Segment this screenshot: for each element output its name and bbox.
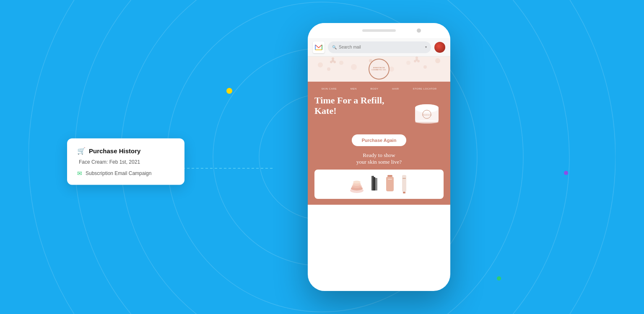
- sub-heading-text: Ready to showyour skin some live?: [356, 152, 402, 165]
- email-floral-header: ANASTACIA COSMETIC CO.: [308, 57, 450, 82]
- svg-rect-38: [387, 175, 392, 177]
- brand-logo: ANASTACIA COSMETIC CO.: [369, 59, 390, 80]
- phone-camera: [417, 28, 421, 33]
- email-campaign-label: Subscription Email Campaign: [86, 170, 151, 176]
- nav-skincare: SKIN CARE: [321, 88, 337, 90]
- search-icon: 🔍: [332, 45, 337, 49]
- email-body: SKIN CARE MEN BODY HAIR STORE LOCATOR Ti…: [308, 82, 450, 205]
- svg-point-8: [327, 67, 330, 71]
- email-sub-heading: Ready to showyour skin some live?: [314, 152, 444, 165]
- svg-point-7: [318, 62, 323, 67]
- gmail-logo: [313, 41, 325, 53]
- product-tube: [399, 174, 409, 195]
- svg-text:ANASTACIA: ANASTACIA: [422, 114, 432, 116]
- product-pencils: [368, 174, 381, 195]
- phone-mockup: 🔍 Search mail ▾: [308, 23, 450, 291]
- dot-purple: [564, 171, 568, 175]
- svg-point-19: [332, 59, 334, 62]
- svg-rect-42: [403, 192, 405, 193]
- nav-men: MEN: [351, 88, 357, 90]
- purchase-detail: Face Cream: Feb 1st, 2021: [77, 159, 174, 165]
- purchase-again-button[interactable]: Purchase Again: [352, 134, 407, 146]
- svg-point-10: [351, 64, 357, 70]
- phone-frame: 🔍 Search mail ▾: [308, 23, 450, 291]
- svg-point-27: [415, 120, 439, 124]
- phone-top-bar: [308, 23, 450, 38]
- email-icon: ✉: [77, 170, 82, 177]
- email-nav: SKIN CARE MEN BODY HAIR STORE LOCATOR: [314, 88, 444, 90]
- svg-rect-40: [388, 179, 392, 180]
- gmail-bar: 🔍 Search mail ▾: [308, 38, 450, 57]
- dot-yellow: [226, 88, 232, 94]
- svg-point-34: [353, 181, 361, 184]
- info-card-title: 🛒 Purchase History: [77, 147, 174, 155]
- svg-point-9: [339, 61, 343, 65]
- product-bottle-pink: [384, 174, 396, 195]
- headline-text: Time For a Refill, Kate!: [314, 95, 384, 116]
- search-placeholder: Search mail: [339, 45, 361, 49]
- email-campaign-row: ✉ Subscription Email Campaign: [77, 170, 174, 177]
- svg-rect-41: [402, 175, 406, 192]
- nav-store: STORE LOCATOR: [413, 88, 436, 90]
- info-card: 🛒 Purchase History Face Cream: Feb 1st, …: [67, 139, 184, 185]
- brand-name: ANASTACIA COSMETIC CO.: [369, 67, 389, 71]
- svg-point-13: [406, 61, 410, 65]
- svg-point-12: [389, 67, 394, 72]
- product-blush: [349, 174, 365, 195]
- svg-point-15: [435, 58, 440, 63]
- svg-rect-37: [373, 177, 375, 190]
- nav-hair: HAIR: [392, 88, 399, 90]
- gmail-search-bar[interactable]: 🔍 Search mail ▾: [328, 41, 431, 53]
- email-hero: Time For a Refill, Kate! ANASTACIA: [314, 95, 444, 129]
- user-avatar[interactable]: [434, 42, 445, 53]
- email-headline: Time For a Refill, Kate!: [314, 95, 407, 116]
- purchase-history-label: Purchase History: [89, 147, 140, 154]
- svg-point-14: [423, 65, 427, 69]
- connector-line: [182, 156, 275, 181]
- email-content: ANASTACIA COSMETIC CO. SKIN CARE MEN BOD…: [308, 57, 450, 205]
- svg-rect-43: [402, 178, 406, 179]
- cream-jar-image: ANASTACIA: [410, 95, 444, 129]
- search-dropdown-icon: ▾: [425, 45, 427, 49]
- phone-notch: [362, 29, 396, 32]
- products-strip: [314, 170, 444, 199]
- nav-body: BODY: [371, 88, 379, 90]
- dot-green: [497, 276, 501, 281]
- cart-icon: 🛒: [77, 147, 86, 155]
- svg-point-23: [415, 59, 418, 61]
